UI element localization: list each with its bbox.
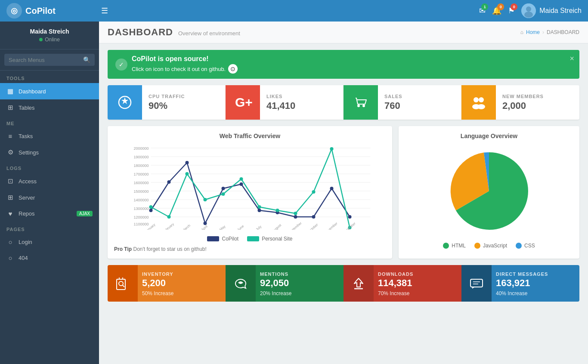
svg-rect-67 — [117, 279, 125, 290]
sidebar-status: Online — [6, 37, 93, 43]
svg-point-30 — [149, 209, 153, 212]
stat-members: NEW MEMBERS 2,000 — [461, 85, 579, 120]
svg-point-10 — [477, 104, 485, 109]
legend-copilot-color — [207, 236, 219, 241]
sidebar-item-tables[interactable]: ⊞ Tables — [0, 99, 99, 116]
sales-info: SALES 760 — [378, 89, 461, 116]
alert-check-icon: ✓ — [115, 59, 127, 71]
svg-text:1700000: 1700000 — [133, 172, 149, 176]
svg-point-34 — [222, 187, 225, 190]
sidebar-item-server[interactable]: ⊞ Server — [0, 189, 99, 206]
svg-point-44 — [186, 172, 189, 176]
downloads-label: DOWNLOADS — [374, 267, 461, 278]
html-color — [443, 243, 449, 249]
svg-point-51 — [312, 190, 316, 194]
search-icon: 🔍 — [83, 56, 90, 63]
css-label: CSS — [524, 243, 535, 249]
downloads-icon-box — [344, 265, 374, 302]
svg-text:1300000: 1300000 — [133, 207, 149, 211]
sidebar-item-tasks[interactable]: ≡ Tasks — [0, 128, 99, 144]
sidebar-item-dashboard[interactable]: ▦ Dashboard — [0, 83, 99, 99]
sidebar-item-settings[interactable]: ⚙ Settings — [0, 144, 99, 160]
github-icon[interactable]: ⊙ — [228, 64, 238, 74]
svg-text:March: March — [181, 223, 191, 230]
section-tools: TOOLS — [0, 71, 99, 83]
hamburger-button[interactable]: ☰ — [101, 6, 108, 15]
svg-text:June: June — [236, 224, 244, 230]
web-traffic-title: Web Traffic Overview — [114, 133, 386, 139]
svg-text:October: October — [307, 222, 319, 230]
downloads-footer: 70% Increase — [374, 289, 461, 300]
404-icon: ○ — [6, 254, 14, 262]
mail-badge: 1 — [481, 3, 488, 10]
sidebar-item-404[interactable]: ○ 404 — [0, 250, 99, 266]
user-menu[interactable]: Maida Streich — [521, 3, 582, 18]
svg-point-7 — [473, 97, 479, 102]
messages-label: DIRECT MESSAGES — [492, 267, 579, 278]
legend-css: CSS — [516, 243, 535, 249]
js-label: JavaScript — [483, 243, 507, 249]
flag-badge: 0 — [511, 3, 517, 10]
members-value: 2,000 — [502, 100, 573, 111]
sidebar-label-repos: Repos — [19, 210, 35, 217]
svg-point-43 — [167, 215, 171, 219]
sidebar-item-repos[interactable]: ♥ Repos AJAX — [0, 206, 99, 222]
messages-footer: 40% Increase — [492, 289, 579, 300]
mentions-icon-box — [226, 265, 256, 302]
sidebar-profile: Maida Streich Online — [0, 22, 99, 49]
access-icon: ⊡ — [6, 177, 14, 185]
alert-title: CoPilot is open source! — [132, 55, 238, 63]
bottom-stat-mentions: MENTIONS 92,050 20% Increase — [226, 265, 344, 302]
svg-point-32 — [186, 161, 189, 164]
repos-icon: ♥ — [6, 210, 14, 217]
members-info: NEW MEMBERS 2,000 — [496, 89, 579, 116]
legend-js: JavaScript — [474, 243, 507, 249]
messages-info: DIRECT MESSAGES 163,921 40% Increase — [492, 265, 579, 302]
language-title: Language Overview — [461, 133, 517, 139]
sidebar-label-settings: Settings — [19, 149, 39, 156]
section-me: ME — [0, 116, 99, 128]
legend-personal: Personal Site — [247, 236, 292, 242]
alert-close-button[interactable]: × — [569, 54, 574, 63]
username-display: Maida Streich — [539, 7, 582, 15]
svg-point-6 — [362, 105, 365, 107]
sidebar-item-access[interactable]: ⊡ Access — [0, 173, 99, 189]
legend-copilot-label: CoPilot — [222, 236, 238, 242]
login-icon: ○ — [6, 238, 14, 246]
bell-button[interactable]: 🔔 0 — [492, 6, 501, 15]
app-logo[interactable]: ◎ CoPilot — [6, 3, 101, 19]
stats-row: CPU TRAFFIC 90% G+ LIKES 41,410 — [108, 85, 579, 120]
likes-label: LIKES — [266, 94, 337, 99]
svg-text:1800000: 1800000 — [133, 163, 149, 168]
svg-text:1400000: 1400000 — [133, 198, 149, 202]
mail-button[interactable]: ✉ 1 — [479, 6, 486, 15]
svg-text:2000000: 2000000 — [133, 146, 149, 151]
sidebar-username: Maida Streich — [6, 28, 93, 35]
svg-text:1200000: 1200000 — [133, 215, 149, 219]
legend-html: HTML — [443, 243, 466, 249]
legend-personal-label: Personal Site — [262, 236, 292, 242]
sidebar-item-login[interactable]: ○ Login — [0, 234, 99, 250]
dashboard-icon: ▦ — [6, 87, 14, 95]
stat-likes: G+ LIKES 41,410 — [226, 85, 344, 120]
main-layout: Maida Streich Online 🔍 TOOLS ▦ Dashboard… — [0, 22, 588, 364]
header-left: DASHBOARD Overview of environment — [108, 27, 240, 38]
svg-point-2 — [524, 12, 533, 18]
svg-point-49 — [276, 209, 279, 212]
content-inner: ✓ CoPilot is open source! Click on icon … — [99, 43, 588, 308]
messages-icon-box — [461, 265, 492, 302]
cpu-icon-box — [108, 85, 142, 120]
svg-point-35 — [240, 182, 243, 186]
svg-point-5 — [357, 105, 360, 107]
svg-point-69 — [119, 281, 123, 286]
svg-text:1900000: 1900000 — [133, 155, 149, 159]
page-title: DASHBOARD — [108, 27, 173, 38]
mentions-footer: 20% Increase — [256, 289, 344, 300]
web-traffic-legend: CoPilot Personal Site — [114, 236, 386, 242]
svg-text:May: May — [219, 225, 226, 230]
flag-button[interactable]: ⚑ 0 — [508, 6, 515, 15]
search-input[interactable] — [9, 57, 83, 63]
breadcrumb-home[interactable]: Home — [526, 29, 540, 35]
bottom-stats: INVENTORY 5,200 50% Increase MENTION — [108, 265, 579, 302]
bottom-stat-inventory: INVENTORY 5,200 50% Increase — [108, 265, 226, 302]
